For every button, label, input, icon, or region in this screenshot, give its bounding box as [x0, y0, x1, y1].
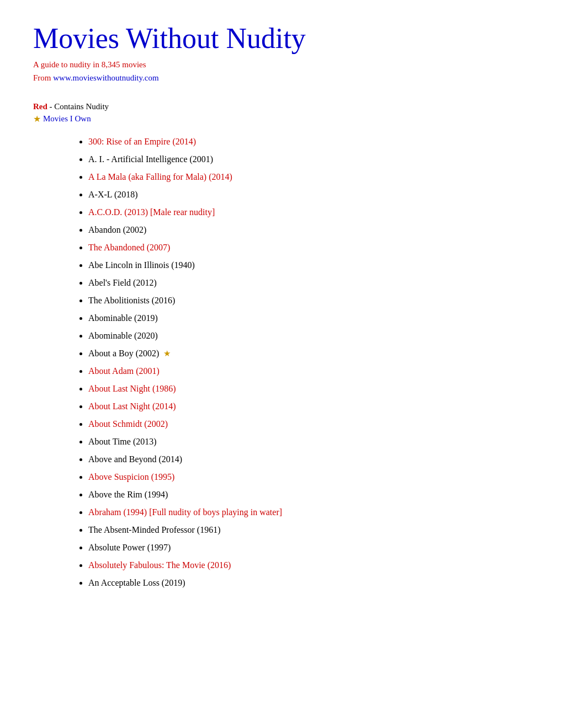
list-item: About Schmidt (2002) — [88, 417, 530, 431]
movie-title: A.C.O.D. (2013) — [88, 207, 148, 217]
movie-title: Absolute Power (1997) — [88, 543, 171, 552]
list-item: Above the Rim (1994) — [88, 488, 530, 501]
movie-title: A La Mala (aka Falling for Mala) (2014) — [88, 172, 232, 181]
movie-title: Abraham (1994) — [88, 507, 147, 517]
list-item: Abominable (2019) — [88, 312, 530, 325]
movie-title: Abel's Field (2012) — [88, 278, 157, 287]
list-item: About Last Night (2014) — [88, 400, 530, 413]
movie-title: Abominable (2019) — [88, 313, 158, 323]
movie-title: About a Boy (2002) — [88, 349, 159, 358]
owned-star-icon: ★ — [161, 349, 171, 358]
movie-title: Above and Beyond (2014) — [88, 454, 182, 464]
movie-title: A-X-L (2018) — [88, 190, 138, 199]
movie-title: Absolutely Fabulous: The Movie (2016) — [88, 560, 231, 570]
list-item: About Time (2013) — [88, 435, 530, 448]
legend-red-line: Red - Contains Nudity — [33, 102, 530, 111]
website-link[interactable]: www.movieswithoutnudity.com — [53, 73, 158, 82]
list-item: Absolute Power (1997) — [88, 541, 530, 554]
list-item: About Adam (2001) — [88, 365, 530, 378]
list-item: The Absent-Minded Professor (1961) — [88, 523, 530, 537]
movie-title: Above the Rim (1994) — [88, 490, 168, 499]
movie-list: 300: Rise of an Empire (2014)A. I. - Art… — [33, 135, 530, 590]
list-item: A.C.O.D. (2013) [Male rear nudity] — [88, 206, 530, 219]
movie-title: A. I. - Artificial Intelligence (2001) — [88, 154, 213, 164]
movie-title: An Acceptable Loss (2019) — [88, 578, 185, 587]
legend-red-label: Red — [33, 102, 47, 111]
star-icon: ★ — [33, 114, 41, 124]
list-item: Abraham (1994) [Full nudity of boys play… — [88, 506, 530, 519]
list-item: A-X-L (2018) — [88, 188, 530, 201]
list-item: An Acceptable Loss (2019) — [88, 576, 530, 590]
list-item: The Abandoned (2007) — [88, 241, 530, 254]
movie-title: The Abandoned (2007) — [88, 243, 170, 252]
list-item: Abel's Field (2012) — [88, 276, 530, 290]
subtitle-line1: A guide to nudity in 8,345 movies — [33, 58, 530, 71]
movie-title: About Last Night (2014) — [88, 402, 176, 411]
legend-own-label: Movies I Own — [43, 114, 91, 124]
list-item: Abe Lincoln in Illinois (1940) — [88, 259, 530, 272]
movie-title: Above Suspicion (1995) — [88, 472, 174, 481]
subtitle-line2: From www.movieswithoutnudity.com — [33, 71, 530, 84]
movie-note: [Full nudity of boys playing in water] — [147, 507, 282, 517]
list-item: 300: Rise of an Empire (2014) — [88, 135, 530, 148]
movie-title: Abominable (2020) — [88, 331, 158, 340]
list-item: Above Suspicion (1995) — [88, 470, 530, 484]
subtitle-section: A guide to nudity in 8,345 movies From w… — [33, 58, 530, 84]
list-item: A La Mala (aka Falling for Mala) (2014) — [88, 170, 530, 184]
list-item: Abandon (2002) — [88, 223, 530, 237]
list-item: Absolutely Fabulous: The Movie (2016) — [88, 559, 530, 572]
list-item: Above and Beyond (2014) — [88, 453, 530, 466]
legend-red-description: - Contains Nudity — [47, 102, 109, 111]
movie-title: Abe Lincoln in Illinois (1940) — [88, 260, 195, 270]
movie-title: The Abolitionists (2016) — [88, 296, 175, 305]
list-item: Abominable (2020) — [88, 329, 530, 342]
list-item: A. I. - Artificial Intelligence (2001) — [88, 153, 530, 166]
movie-note: [Male rear nudity] — [148, 207, 215, 217]
page-title: Movies Without Nudity — [33, 22, 530, 55]
movie-title: 300: Rise of an Empire (2014) — [88, 137, 196, 146]
movie-title: Abandon (2002) — [88, 225, 146, 234]
legend-own-line: ★ Movies I Own — [33, 114, 530, 124]
list-item: About a Boy (2002) ★ — [88, 347, 530, 360]
subtitle-from-text: From — [33, 73, 53, 82]
list-item: About Last Night (1986) — [88, 382, 530, 395]
movie-title: The Absent-Minded Professor (1961) — [88, 525, 221, 534]
legend-section: Red - Contains Nudity ★ Movies I Own — [33, 102, 530, 124]
movie-title: About Adam (2001) — [88, 366, 160, 376]
movie-title: About Schmidt (2002) — [88, 419, 168, 429]
movie-title: About Last Night (1986) — [88, 384, 176, 393]
movie-title: About Time (2013) — [88, 437, 157, 446]
list-item: The Abolitionists (2016) — [88, 294, 530, 307]
